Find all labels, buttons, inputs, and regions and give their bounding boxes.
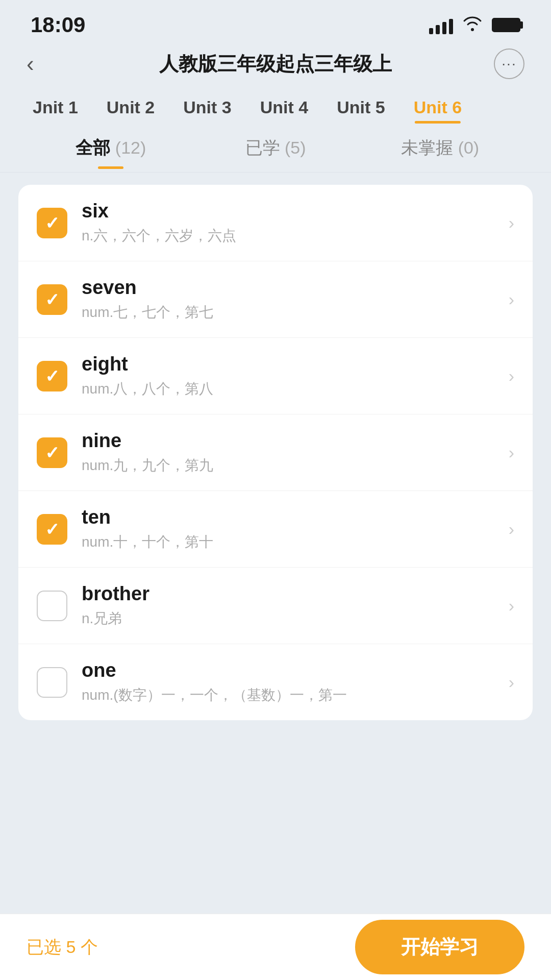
check-mark-icon: ✓ — [45, 289, 59, 310]
cat-tab-learned[interactable]: 已学 (5) — [193, 136, 358, 168]
checkbox-seven[interactable]: ✓ — [37, 284, 67, 315]
signal-icon — [429, 16, 453, 34]
checkbox-brother[interactable] — [37, 591, 67, 621]
start-learning-button[interactable]: 开始学习 — [355, 920, 524, 974]
word-chinese-one: num.(数字）一，一个，（基数）一，第一 — [82, 685, 500, 705]
wifi-icon — [462, 14, 483, 36]
chevron-right-icon: › — [509, 443, 514, 462]
word-item-brother[interactable]: brother n.兄弟 › — [18, 568, 533, 644]
word-english-eight: eight — [82, 353, 500, 375]
word-english-one: one — [82, 659, 500, 681]
status-time: 18:09 — [31, 13, 85, 37]
category-tabs: 全部 (12)已学 (5)未掌握 (0) — [0, 132, 551, 173]
check-mark-icon: ✓ — [45, 366, 59, 386]
more-button[interactable]: ··· — [494, 48, 524, 79]
check-mark-icon: ✓ — [45, 213, 59, 233]
word-item-ten[interactable]: ✓ ten num.十，十个，第十 › — [18, 491, 533, 568]
bottom-bar: 已选 5 个 开始学习 — [0, 914, 551, 980]
cat-tab-unmastered[interactable]: 未掌握 (0) — [358, 136, 522, 168]
word-english-six: six — [82, 200, 500, 222]
word-content-seven: seven num.七，七个，第七 — [82, 277, 500, 322]
status-icons — [429, 14, 520, 36]
word-item-six[interactable]: ✓ six n.六，六个，六岁，六点 › — [18, 185, 533, 261]
word-chinese-nine: num.九，九个，第九 — [82, 456, 500, 475]
word-item-seven[interactable]: ✓ seven num.七，七个，第七 › — [18, 261, 533, 338]
battery-icon — [492, 18, 520, 32]
word-chinese-ten: num.十，十个，第十 — [82, 532, 500, 552]
back-button[interactable]: ‹ — [27, 51, 57, 77]
status-bar: 18:09 — [0, 0, 551, 41]
word-chinese-seven: num.七，七个，第七 — [82, 303, 500, 322]
cat-tab-all[interactable]: 全部 (12) — [29, 136, 193, 168]
word-content-six: six n.六，六个，六岁，六点 — [82, 200, 500, 246]
word-chinese-six: n.六，六个，六岁，六点 — [82, 226, 500, 246]
unit-tab-unit3[interactable]: Unit 3 — [169, 92, 245, 122]
selected-count: 已选 5 个 — [27, 936, 98, 959]
word-item-eight[interactable]: ✓ eight num.八，八个，第八 › — [18, 338, 533, 414]
word-list-container: ✓ six n.六，六个，六岁，六点 › ✓ seven num.七，七个，第七… — [0, 173, 551, 732]
word-english-nine: nine — [82, 430, 500, 452]
word-content-nine: nine num.九，九个，第九 — [82, 430, 500, 475]
word-item-one[interactable]: one num.(数字）一，一个，（基数）一，第一 › — [18, 644, 533, 720]
checkbox-one[interactable] — [37, 667, 67, 698]
word-chinese-brother: n.兄弟 — [82, 609, 500, 628]
chevron-right-icon: › — [509, 672, 514, 692]
checkbox-eight[interactable]: ✓ — [37, 361, 67, 391]
unit-tab-unit4[interactable]: Unit 4 — [246, 92, 322, 122]
unit-tab-unit5[interactable]: Unit 5 — [322, 92, 399, 122]
checkbox-ten[interactable]: ✓ — [37, 514, 67, 545]
header: ‹ 人教版三年级起点三年级上 ··· — [0, 41, 551, 87]
word-english-ten: ten — [82, 506, 500, 528]
header-title: 人教版三年级起点三年级上 — [57, 51, 494, 77]
word-english-brother: brother — [82, 583, 500, 605]
check-mark-icon: ✓ — [45, 443, 59, 463]
word-content-eight: eight num.八，八个，第八 — [82, 353, 500, 399]
word-item-nine[interactable]: ✓ nine num.九，九个，第九 › — [18, 414, 533, 491]
chevron-right-icon: › — [509, 289, 514, 309]
word-english-seven: seven — [82, 277, 500, 299]
unit-tab-unit1[interactable]: Jnit 1 — [18, 92, 92, 122]
checkbox-nine[interactable]: ✓ — [37, 437, 67, 468]
word-content-ten: ten num.十，十个，第十 — [82, 506, 500, 552]
chevron-right-icon: › — [509, 519, 514, 539]
word-content-one: one num.(数字）一，一个，（基数）一，第一 — [82, 659, 500, 705]
word-content-brother: brother n.兄弟 — [82, 583, 500, 628]
checkbox-six[interactable]: ✓ — [37, 208, 67, 238]
chevron-right-icon: › — [509, 213, 514, 233]
unit-tab-unit6[interactable]: Unit 6 — [399, 92, 476, 122]
check-mark-icon: ✓ — [45, 519, 59, 540]
chevron-right-icon: › — [509, 366, 514, 386]
unit-tabs: Jnit 1Unit 2Unit 3Unit 4Unit 5Unit 6 — [0, 87, 551, 128]
word-list: ✓ six n.六，六个，六岁，六点 › ✓ seven num.七，七个，第七… — [18, 185, 533, 720]
unit-tab-unit2[interactable]: Unit 2 — [92, 92, 169, 122]
word-chinese-eight: num.八，八个，第八 — [82, 379, 500, 399]
chevron-right-icon: › — [509, 596, 514, 616]
